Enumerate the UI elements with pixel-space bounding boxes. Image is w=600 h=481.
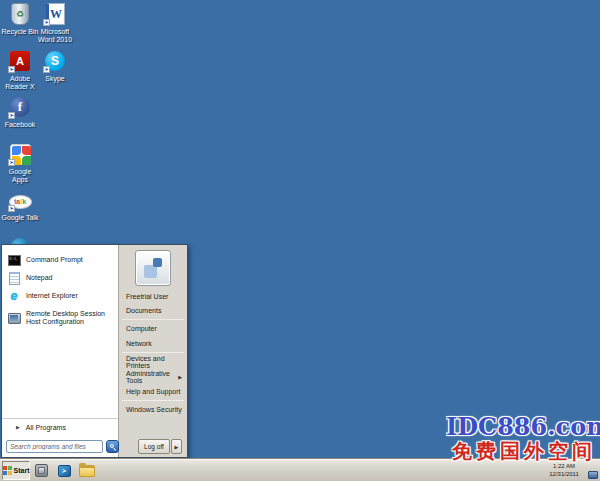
folder-icon	[79, 465, 95, 477]
log-off-button[interactable]: Log off	[138, 439, 170, 454]
shortcut-arrow-icon: ➤	[8, 159, 15, 166]
menu-item-computer[interactable]: Computer	[119, 321, 187, 336]
desktop-icon-skype[interactable]: S ➤ Skype	[36, 49, 74, 83]
search-button[interactable]	[106, 440, 119, 453]
icon-label: Skype	[45, 75, 64, 83]
start-menu: C:\ Command Prompt Notepad e Internet Ex…	[1, 244, 188, 458]
shortcut-arrow-icon: ➤	[43, 19, 50, 26]
shortcut-arrow-icon: ➤	[8, 205, 15, 212]
windows-logo-icon	[3, 466, 12, 475]
clock-time: 1:22 AM	[541, 462, 587, 470]
menu-item-network[interactable]: Network	[119, 336, 187, 351]
start-menu-right-panel: Freetrial User Documents Computer Networ…	[118, 245, 187, 457]
watermark-site: IDC886.com	[446, 412, 598, 441]
dropdown-arrow-icon: ▶	[175, 444, 179, 450]
clock-date: 12/31/2011	[541, 470, 587, 478]
command-prompt-icon: C:\	[7, 253, 21, 267]
desktop-icon-recycle-bin[interactable]: ♻ Recycle Bin	[1, 2, 39, 36]
icon-label: Adobe Reader X	[1, 75, 39, 91]
icon-label: Microsoft Word 2010	[36, 28, 74, 44]
icon-label: Facebook	[5, 121, 36, 129]
submenu-arrow-icon: ▶	[178, 374, 182, 380]
menu-item-administrative-tools[interactable]: Administrative Tools ▶	[119, 369, 187, 384]
menu-separator	[122, 352, 184, 353]
taskbar-item-windows-explorer[interactable]	[79, 463, 95, 478]
search-icon	[110, 444, 116, 450]
menu-item-devices-and-printers[interactable]: Devices and Printers	[119, 354, 187, 369]
icon-label: Recycle Bin	[2, 28, 39, 36]
tray-notification-icon[interactable]	[588, 471, 598, 479]
shortcut-arrow-icon: ➤	[8, 112, 15, 119]
start-menu-left-panel: C:\ Command Prompt Notepad e Internet Ex…	[2, 245, 118, 457]
desktop-icon-facebook[interactable]: f ➤ Facebook	[1, 95, 39, 129]
menu-item-internet-explorer[interactable]: e Internet Explorer	[2, 287, 118, 305]
taskbar-clock[interactable]: 1:22 AM 12/31/2011	[541, 462, 587, 478]
log-off-options-button[interactable]: ▶	[171, 439, 182, 454]
desktop-icon-google-apps[interactable]: ➤ Google Apps	[1, 142, 39, 184]
start-button[interactable]: Start	[2, 461, 30, 480]
menu-item-help-and-support[interactable]: Help and Support	[119, 384, 187, 399]
internet-explorer-icon: e	[7, 289, 21, 303]
shortcut-arrow-icon: ➤	[43, 66, 50, 73]
taskbar: Start > 1:22 AM 12/31/2011	[0, 458, 600, 481]
notepad-icon	[7, 271, 21, 285]
desktop-icon-microsoft-word[interactable]: W ➤ Microsoft Word 2010	[36, 2, 74, 44]
icon-label: Google Apps	[1, 168, 39, 184]
shortcut-arrow-icon: ➤	[8, 66, 15, 73]
menu-item-command-prompt[interactable]: C:\ Command Prompt	[2, 251, 118, 269]
desktop-icon-google-talk[interactable]: talk ➤ Google Talk	[1, 188, 39, 222]
menu-separator	[122, 319, 184, 320]
menu-item-notepad[interactable]: Notepad	[2, 269, 118, 287]
menu-separator	[122, 400, 184, 401]
recycle-bin-icon: ♻	[11, 3, 29, 25]
desktop: ♻ Recycle Bin W ➤ Microsoft Word 2010 A …	[0, 0, 600, 481]
all-programs-arrow-icon: ▶	[16, 424, 20, 430]
server-manager-icon	[35, 464, 48, 477]
powershell-icon: >	[58, 465, 71, 477]
desktop-icon-adobe-reader[interactable]: A ➤ Adobe Reader X	[1, 49, 39, 91]
menu-item-rd-session-host-config[interactable]: Remote Desktop Session Host Configuratio…	[2, 305, 118, 331]
menu-item-windows-security[interactable]: Windows Security	[119, 402, 187, 417]
taskbar-item-server-manager[interactable]	[33, 463, 49, 478]
user-name-item[interactable]: Freetrial User	[119, 289, 187, 303]
all-programs-button[interactable]: ▶ All Programs	[2, 418, 118, 435]
search-input[interactable]	[6, 440, 103, 453]
menu-item-documents[interactable]: Documents	[119, 303, 187, 318]
user-avatar[interactable]	[135, 250, 171, 286]
taskbar-item-powershell[interactable]: >	[56, 463, 72, 478]
rd-session-host-icon	[7, 311, 21, 325]
icon-label: Google Talk	[2, 214, 39, 222]
